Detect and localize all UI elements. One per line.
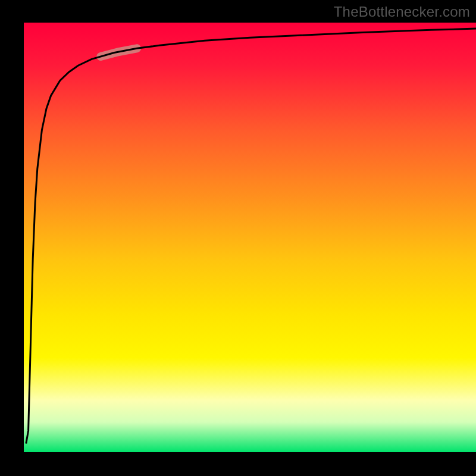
bottleneck-curve (26, 29, 476, 444)
watermark-label: TheBottlenecker.com (334, 4, 470, 20)
chart-canvas: TheBottlenecker.com (0, 0, 476, 476)
curve-svg (24, 23, 476, 452)
